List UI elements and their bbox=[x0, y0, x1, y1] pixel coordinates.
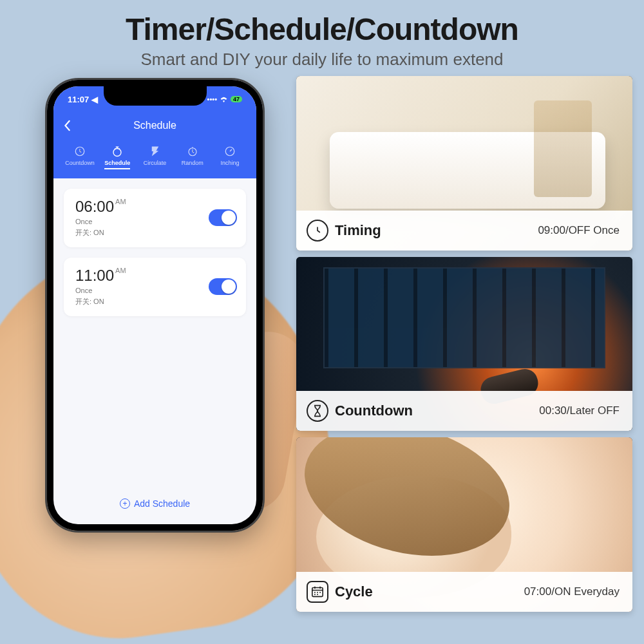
back-button[interactable] bbox=[64, 120, 71, 131]
schedule-item[interactable]: 06:00AM Once 开关: ON bbox=[64, 189, 246, 247]
tab-schedule[interactable]: Schedule bbox=[100, 144, 135, 169]
schedule-list: 06:00AM Once 开关: ON 11:00AM bbox=[53, 178, 256, 337]
tab-random[interactable]: Random bbox=[175, 144, 210, 169]
schedule-time: 06:00AM bbox=[75, 198, 126, 216]
circulate-icon bbox=[137, 144, 172, 158]
tab-inching[interactable]: Inching bbox=[213, 144, 247, 169]
mode-tabs: Countdown Schedule bbox=[62, 144, 247, 169]
promo-subtitle: Smart and DIY your daily life to maximum… bbox=[13, 50, 631, 70]
schedule-repeat: Once bbox=[75, 217, 126, 227]
schedule-item[interactable]: 11:00AM Once 开关: ON bbox=[64, 258, 246, 316]
plus-icon: + bbox=[120, 498, 130, 509]
schedule-toggle[interactable] bbox=[209, 278, 237, 295]
tab-countdown[interactable]: Countdown bbox=[62, 144, 97, 169]
hourglass-icon bbox=[307, 400, 328, 422]
signal-icon: •••• bbox=[207, 95, 217, 103]
schedule-detail: 开关: ON bbox=[75, 297, 126, 307]
tab-circulate[interactable]: Circulate bbox=[137, 144, 172, 169]
calendar-icon bbox=[307, 581, 328, 603]
svg-point-1 bbox=[113, 149, 121, 156]
scenario-value: 07:00/ON Everyday bbox=[524, 585, 620, 598]
battery-pill: 47 bbox=[231, 96, 242, 102]
countdown-icon bbox=[62, 144, 97, 158]
location-icon: ◀ bbox=[91, 95, 98, 104]
inching-icon bbox=[213, 144, 247, 158]
scenario-countdown: Countdown 00:30/Later OFF bbox=[296, 257, 632, 431]
add-schedule-button[interactable]: + Add Schedule bbox=[53, 498, 256, 509]
clock-icon bbox=[307, 220, 328, 242]
status-time: 11:07 ◀ bbox=[68, 95, 98, 104]
schedule-time: 11:00AM bbox=[75, 267, 126, 285]
wifi-icon bbox=[220, 96, 228, 102]
schedule-detail: 开关: ON bbox=[75, 228, 126, 238]
scenario-value: 00:30/Later OFF bbox=[539, 404, 620, 417]
scenario-timing: Timing 09:00/OFF Once bbox=[296, 76, 632, 251]
phone-frame: 11:07 ◀ •••• 47 bbox=[47, 80, 263, 531]
phone-in-hand: 11:07 ◀ •••• 47 bbox=[12, 76, 289, 612]
page-title: Schedule bbox=[133, 120, 176, 131]
scenario-cycle: Cycle 07:00/ON Everyday bbox=[296, 437, 632, 612]
promo-title: Timer/Schedule/Countdown bbox=[13, 12, 631, 47]
random-icon bbox=[175, 144, 210, 158]
schedule-icon bbox=[100, 144, 135, 158]
schedule-repeat: Once bbox=[75, 286, 126, 296]
scenario-value: 09:00/OFF Once bbox=[538, 224, 620, 237]
phone-notch bbox=[104, 86, 207, 106]
schedule-toggle[interactable] bbox=[209, 209, 237, 226]
